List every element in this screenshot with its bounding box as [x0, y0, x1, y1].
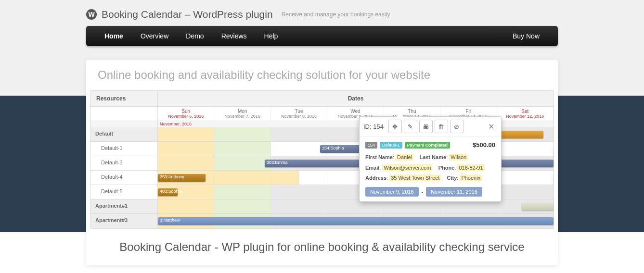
main-navbar: Home Overview Demo Reviews Help Buy Now [86, 26, 558, 46]
wordpress-logo-icon: W [86, 9, 97, 20]
booking-apartment1[interactable] [522, 203, 554, 211]
phone-label: Phone [438, 165, 455, 171]
day-sun: SunNovember 6, 2016 [158, 107, 214, 121]
content-box: Online booking and availability checking… [86, 60, 558, 265]
badge-resource: Default-1 [380, 142, 402, 149]
bottom-heading: Booking Calendar - WP plugin for online … [86, 229, 558, 265]
address-label: Address [365, 175, 386, 181]
nav-home[interactable]: Home [96, 26, 132, 46]
nav-reviews[interactable]: Reviews [213, 26, 256, 46]
booking-3[interactable]: 3:Matthew [158, 217, 554, 225]
site-title: Booking Calendar – WordPress plugin [102, 9, 273, 20]
last-name-label: Last Name [419, 154, 446, 160]
calendar: Resources Dates SunNovember 6, 2016 MonN… [90, 90, 554, 229]
nav-buy-now[interactable]: Buy Now [504, 26, 548, 46]
first-name-value: Daniel [396, 154, 413, 161]
booking-details-popup: ID: 154 ✥ ✎ 🖶 🗑 ⊘ ✕ 154 Default-1 Paymen… [359, 116, 502, 202]
email-label: Email [365, 165, 379, 171]
phone-value: 016-82-91 [457, 164, 484, 171]
close-icon[interactable]: ✕ [485, 120, 497, 133]
deny-icon[interactable]: ⊘ [450, 120, 464, 133]
booking-253[interactable]: 253:Anthony [158, 174, 206, 182]
nav-help[interactable]: Help [256, 26, 287, 46]
badge-booking-id: 154 [365, 142, 377, 149]
badge-payment-status: Payment Completed [405, 142, 451, 149]
move-icon[interactable]: ✥ [388, 120, 402, 133]
city-value: Phoenix [460, 174, 482, 181]
booking-price: $500.00 [473, 141, 495, 149]
day-mon: MonNovember 7, 2016 [214, 107, 270, 121]
date-to-badge: November 11, 2016 [426, 187, 482, 197]
nav-demo[interactable]: Demo [177, 26, 212, 46]
trash-icon[interactable]: 🗑 [435, 120, 448, 133]
site-header: W Booking Calendar – WordPress plugin Re… [86, 0, 558, 26]
day-tue: TueNovember 8, 2016 [271, 107, 327, 121]
page-title: Online booking and availability checking… [86, 60, 558, 90]
popup-id-label: ID: 154 [363, 123, 384, 130]
first-name-label: First Name [365, 154, 393, 160]
date-separator: - [422, 189, 424, 195]
resource-row-apartment-1: Apartment#1 [90, 199, 554, 214]
city-label: City [447, 175, 457, 181]
print-icon[interactable]: 🖶 [419, 120, 433, 133]
nav-overview[interactable]: Overview [132, 26, 177, 46]
edit-icon[interactable]: ✎ [404, 120, 417, 133]
dates-header: Dates [158, 91, 554, 106]
date-from-badge: November 9, 2016 [365, 187, 419, 197]
booking-403[interactable]: 403:Sophia [158, 188, 178, 196]
site-tagline: Receive and manage your bookings easily [282, 11, 390, 18]
last-name-value: Wilson [449, 154, 468, 161]
resource-row-apartment-3: Apartment#3 3:Matthew [90, 214, 554, 228]
resources-header: Resources [90, 91, 158, 106]
email-value: Wilson@server.com [382, 164, 432, 171]
day-sat: SatNovember 12, 2016 [497, 107, 554, 121]
address-value: 35 West Town Street [389, 174, 441, 181]
